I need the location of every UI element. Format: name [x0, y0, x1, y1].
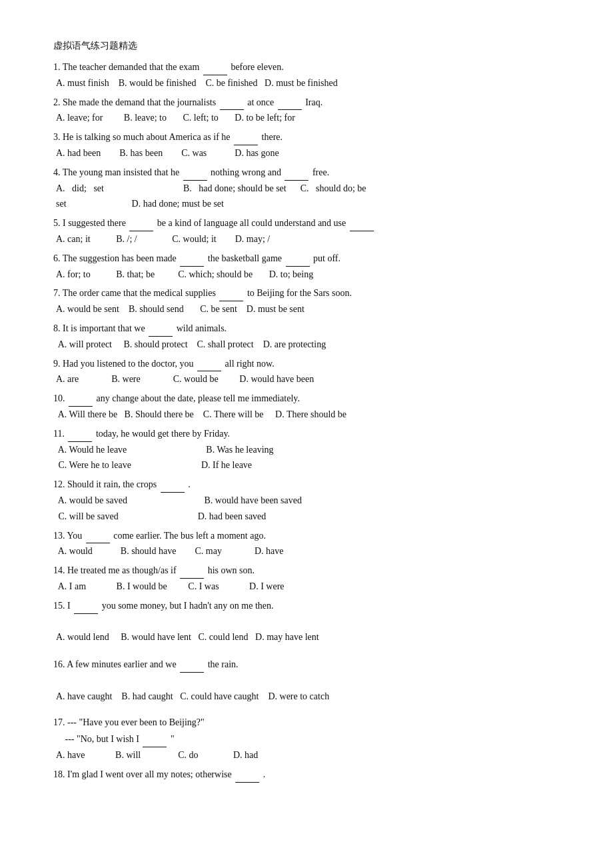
q17-text1: 17. --- "Have you ever been to Beijing?"	[53, 715, 560, 731]
q7-options: A. would be sent B. should send C. be se…	[53, 301, 560, 317]
q15-text: 15. I you some money, but I hadn't any o…	[53, 597, 560, 614]
question-14: 14. He treated me as though/as if his ow…	[53, 562, 560, 595]
q14-text: 14. He treated me as though/as if his ow…	[53, 562, 560, 579]
question-8: 8. It is important that we wild animals.…	[53, 320, 560, 353]
q4-blank1	[183, 164, 207, 181]
q6-options: A. for; to B. that; be C. which; should …	[53, 267, 560, 283]
q14-blank	[180, 562, 204, 579]
q1-options: A. must finish B. would be finished C. b…	[53, 75, 560, 91]
q7-blank	[219, 285, 243, 301]
q6-text: 6. The suggestion has been made the bask…	[53, 250, 560, 267]
q11-options: A. Would he leave B. Was he leaving C. W…	[53, 442, 560, 474]
q2-text: 2. She made the demand that the journali…	[53, 94, 560, 111]
q8-blank	[149, 320, 173, 337]
q9-options: A. are B. were C. would be D. would have…	[53, 371, 560, 387]
q6-blank2	[286, 250, 310, 267]
q17-options: A. have B. will C. do D. had	[53, 747, 560, 763]
question-5: 5. I suggested there be a kind of langua…	[53, 215, 560, 247]
q3-blank	[234, 129, 258, 145]
document-body: 虚拟语气练习题精选 1. The teacher demanded that t…	[53, 40, 560, 783]
q2-blank1	[220, 94, 244, 111]
q5-options: A. can; it B. /; / C. would; it D. may; …	[53, 231, 560, 247]
q3-text: 3. He is talking so much about America a…	[53, 129, 560, 145]
q3-options: A. had been B. has been C. was D. has go…	[53, 145, 560, 161]
q12-options-line1: A. would be saved B. would have been sav…	[56, 493, 560, 509]
q18-blank	[235, 766, 259, 783]
q11-options-line2: C. Were he to leave D. If he leave	[56, 457, 560, 473]
q4-options: A. did; set B. had done; should be set C…	[53, 181, 560, 213]
q13-blank	[86, 527, 110, 544]
question-3: 3. He is talking so much about America a…	[53, 129, 560, 161]
question-10: 10. any change about the date, please te…	[53, 390, 560, 423]
q4-options-line2: set D. had done; must be set	[56, 196, 560, 212]
q4-text: 4. The young man insisted that he nothin…	[53, 164, 560, 181]
question-6: 6. The suggestion has been made the bask…	[53, 250, 560, 283]
q1-blank	[203, 59, 227, 75]
q14-options: A. I am B. I would be C. I was D. I were	[53, 579, 560, 595]
q10-options: A. Will there be B. Should there be C. T…	[53, 407, 560, 423]
question-17: 17. --- "Have you ever been to Beijing?"…	[53, 715, 560, 763]
q10-blank	[69, 390, 93, 407]
question-4: 4. The young man insisted that he nothin…	[53, 164, 560, 212]
question-2: 2. She made the demand that the journali…	[53, 94, 560, 127]
q5-blank2	[350, 215, 374, 231]
q8-text: 8. It is important that we wild animals.	[53, 320, 560, 337]
q10-text: 10. any change about the date, please te…	[53, 390, 560, 407]
q11-text: 11. today, he would get there by Friday.	[53, 425, 560, 442]
q17-text2: --- "No, but I wish I "	[53, 731, 560, 747]
q7-text: 7. The order came that the medical suppl…	[53, 285, 560, 301]
q1-text: 1. The teacher demanded that the exam be…	[53, 59, 560, 75]
q12-text: 12. Should it rain, the crops .	[53, 476, 560, 493]
q13-text: 13. You come earlier. The bus left a mom…	[53, 527, 560, 544]
q11-blank	[68, 425, 92, 442]
q5-text: 5. I suggested there be a kind of langua…	[53, 215, 560, 231]
question-7: 7. The order came that the medical suppl…	[53, 285, 560, 317]
q12-options: A. would be saved B. would have been sav…	[53, 493, 560, 525]
q6-blank1	[180, 250, 204, 267]
question-11: 11. today, he would get there by Friday.…	[53, 425, 560, 473]
q16-text: 16. A few minutes earlier and we the rai…	[53, 656, 560, 673]
question-12: 12. Should it rain, the crops . A. would…	[53, 476, 560, 524]
q12-blank	[161, 476, 185, 493]
q4-blank2	[285, 164, 308, 181]
q18-text: 18. I'm glad I went over all my notes; o…	[53, 766, 560, 783]
question-13: 13. You come earlier. The bus left a mom…	[53, 527, 560, 560]
q5-blank1	[129, 215, 153, 231]
q2-blank2	[278, 94, 302, 111]
q17-blank	[143, 731, 167, 747]
question-9: 9. Had you listened to the doctor, you a…	[53, 355, 560, 388]
q8-options: A. will protect B. should protect C. sha…	[53, 337, 560, 353]
q16-blank	[180, 656, 204, 673]
q9-blank	[197, 355, 221, 372]
question-16: 16. A few minutes earlier and we the rai…	[53, 656, 560, 704]
question-18: 18. I'm glad I went over all my notes; o…	[53, 766, 560, 783]
q4-options-line1: A. did; set B. had done; should be set C…	[56, 181, 560, 197]
q2-options: A. leave; for B. leave; to C. left; to D…	[53, 110, 560, 126]
q11-options-line1: A. Would he leave B. Was he leaving	[56, 442, 560, 458]
q15-blank	[74, 597, 98, 614]
question-15: 15. I you some money, but I hadn't any o…	[53, 597, 560, 645]
q13-options: A. would B. should have C. may D. have	[53, 543, 560, 559]
q12-options-line2: C. will be saved D. had been saved	[56, 509, 560, 525]
q15-options: A. would lend B. would have lent C. coul…	[53, 629, 560, 645]
q16-options: A. have caught B. had caught C. could ha…	[53, 689, 560, 705]
question-1: 1. The teacher demanded that the exam be…	[53, 59, 560, 91]
q9-text: 9. Had you listened to the doctor, you a…	[53, 355, 560, 372]
document-title: 虚拟语气练习题精选	[53, 40, 560, 52]
